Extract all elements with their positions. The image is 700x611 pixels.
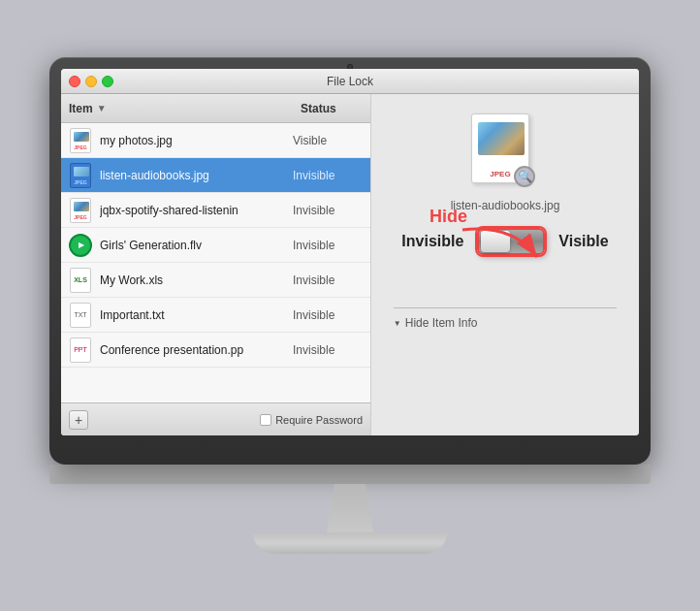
file-icon-pp: PPT <box>67 337 94 364</box>
file-icon-jpeg <box>67 127 94 154</box>
sort-arrow-icon: ▼ <box>97 103 107 113</box>
imac-wrapper: File Lock Item ▼ Status <box>49 57 651 554</box>
file-name: Important.txt <box>100 308 293 322</box>
imac-neck <box>311 484 389 532</box>
file-status: Invisible <box>293 239 370 252</box>
file-preview-icon: JPEG <box>471 113 539 191</box>
toggle-section: Invisible Visible <box>381 228 629 255</box>
column-status-header: Status <box>293 102 370 115</box>
file-icon-txt: TXT <box>67 302 94 329</box>
list-item[interactable]: jqbx-spotify-shared-listenin Invisible <box>61 193 370 228</box>
close-button[interactable] <box>69 76 80 87</box>
hide-item-section: ▼ Hide Item Info <box>394 307 617 330</box>
list-item[interactable]: Girls' Generation.flv Invisible <box>61 228 370 263</box>
file-panel: Item ▼ Status my photos <box>61 94 371 435</box>
list-item[interactable]: PPT Conference presentation.pp Invisible <box>61 333 370 368</box>
require-password-section: Require Password <box>260 414 363 426</box>
require-password-label: Require Password <box>275 414 363 426</box>
list-item[interactable]: my photos.jpg Visible <box>61 123 370 158</box>
imac-chin <box>49 465 651 484</box>
file-icon-jpeg <box>67 197 94 224</box>
app-window: File Lock Item ▼ Status <box>61 69 639 435</box>
file-icon-flv <box>67 232 94 259</box>
detail-panel: JPEG listen-audiobooks.jpg Hide <box>371 94 639 435</box>
file-name: my photos.jpg <box>100 134 293 147</box>
file-name: Conference presentation.pp <box>100 343 293 357</box>
triangle-icon: ▼ <box>394 319 401 328</box>
file-name: jqbx-spotify-shared-listenin <box>100 204 293 217</box>
list-item[interactable]: XLS My Work.xls Invisible <box>61 263 370 298</box>
file-list[interactable]: my photos.jpg Visible listen-audiobooks.… <box>61 123 370 402</box>
file-list-header: Item ▼ Status <box>61 94 370 123</box>
window-title: File Lock <box>327 75 373 88</box>
file-status: Invisible <box>293 169 370 182</box>
imac-base <box>253 532 447 554</box>
add-file-button[interactable]: + <box>69 410 88 430</box>
file-panel-footer: + Require Password <box>61 402 370 435</box>
hide-item-info-label: Hide Item Info <box>405 316 478 330</box>
visibility-toggle[interactable] <box>477 228 545 255</box>
maximize-button[interactable] <box>102 76 113 87</box>
minimize-button[interactable] <box>85 76 97 87</box>
require-password-checkbox[interactable] <box>260 414 271 426</box>
file-status: Visible <box>293 134 370 147</box>
file-status: Invisible <box>293 204 370 217</box>
hide-annotation: Hide <box>430 207 467 227</box>
list-item[interactable]: listen-audiobooks.jpg Invisible <box>61 158 370 193</box>
app-body: Item ▼ Status my photos <box>61 94 639 435</box>
column-item-header[interactable]: Item ▼ <box>61 102 293 115</box>
visible-label: Visible <box>558 233 608 250</box>
toggle-thumb <box>481 231 510 252</box>
file-icon-jpeg-selected <box>67 162 94 189</box>
file-status: Invisible <box>293 343 370 357</box>
hide-item-toggle[interactable]: ▼ Hide Item Info <box>394 316 617 330</box>
file-name: My Work.xls <box>100 273 293 287</box>
file-name: listen-audiobooks.jpg <box>100 169 293 182</box>
window-controls <box>69 76 113 87</box>
file-name: Girls' Generation.flv <box>100 239 293 252</box>
hide-label: Hide <box>430 207 467 226</box>
file-status: Invisible <box>293 308 370 322</box>
file-icon-xls: XLS <box>67 267 94 294</box>
file-status: Invisible <box>293 273 370 287</box>
list-item[interactable]: TXT Important.txt Invisible <box>61 298 370 333</box>
title-bar: File Lock <box>61 69 639 94</box>
preview-paper-label: JPEG <box>490 170 510 178</box>
invisible-label: Invisible <box>401 233 463 250</box>
screen-bezel: File Lock Item ▼ Status <box>49 57 651 465</box>
magnifier-icon <box>514 166 535 187</box>
